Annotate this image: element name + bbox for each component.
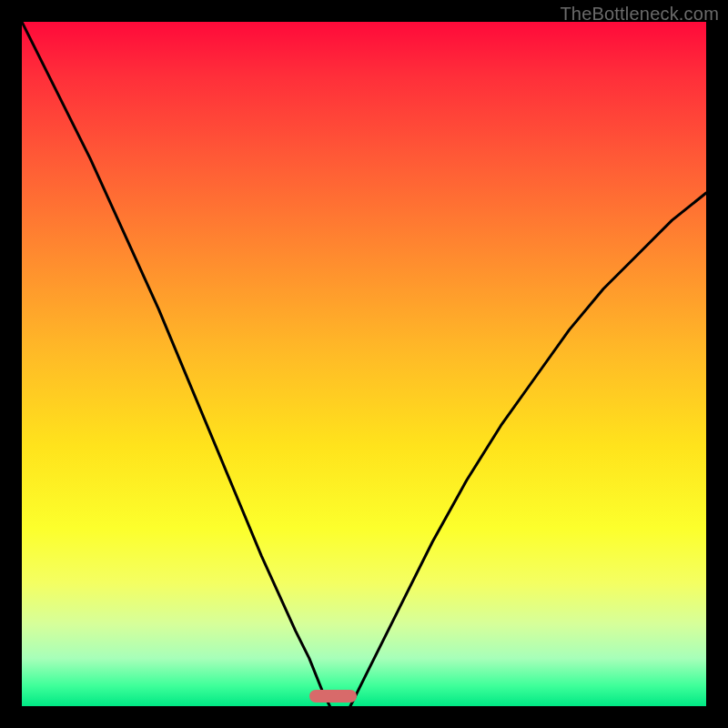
bottleneck-marker <box>309 690 358 703</box>
curve-left <box>22 22 329 706</box>
curves-layer <box>22 22 706 706</box>
watermark-text: TheBottleneck.com <box>560 4 719 25</box>
curve-right <box>350 193 706 706</box>
chart-plot-area <box>22 22 706 706</box>
